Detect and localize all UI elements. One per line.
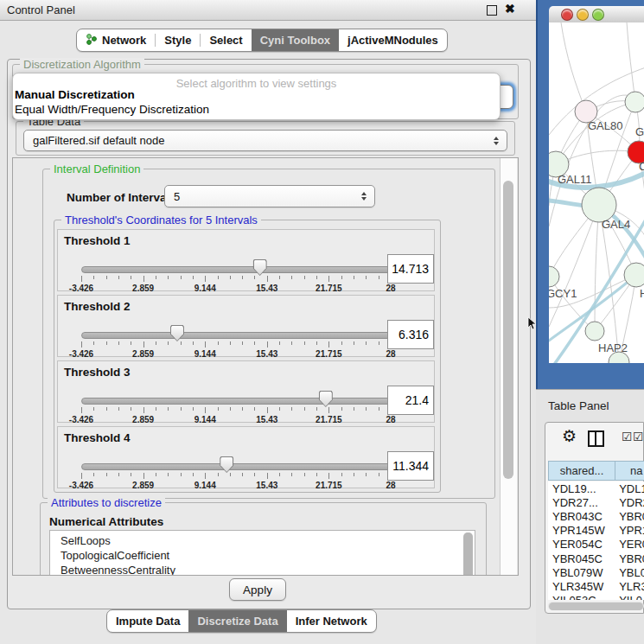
table-row[interactable]: YBL079WYBL0 (548, 565, 644, 579)
table-hscrollbar[interactable] (548, 602, 644, 610)
slider-track[interactable] (81, 332, 392, 339)
tick-mark (193, 473, 194, 476)
slider-thumb[interactable] (253, 259, 267, 276)
tick-mark (328, 473, 329, 479)
close-traffic-light[interactable] (561, 9, 573, 21)
numerical-attributes-list[interactable]: SelfLoopsTopologicalCoefficientBetweenne… (49, 530, 475, 576)
checkbox-icon[interactable]: ☑ (622, 431, 633, 442)
dropdown-option-equal-width-frequency[interactable]: Equal Width/Frequency Discretization (15, 103, 492, 116)
tab-select[interactable]: Select (201, 29, 251, 51)
table-row[interactable]: YER054CYER0 (548, 538, 644, 552)
network-node[interactable] (582, 188, 616, 222)
tick-mark (168, 473, 169, 476)
tick-mark (242, 276, 243, 279)
table-row[interactable]: YDL19...YDL1 (548, 481, 644, 495)
column-header-name[interactable]: na (615, 461, 644, 481)
tick-mark (291, 407, 292, 411)
settings-scrollbar[interactable] (500, 158, 517, 575)
tab-impute-data[interactable]: Impute Data (107, 610, 188, 632)
tick-mark (156, 341, 156, 345)
network-node[interactable] (625, 92, 644, 112)
table-row[interactable]: YBR045CYBR0 (548, 552, 644, 565)
slider-thumb[interactable] (319, 391, 333, 407)
tick-mark (131, 341, 131, 345)
slider-thumb[interactable] (220, 456, 233, 473)
slider-track[interactable] (81, 463, 392, 470)
cell-shared-name: YER054C (548, 538, 615, 551)
table-row[interactable]: YBR043CYBR0 (548, 509, 644, 523)
tab-network[interactable]: Network (77, 29, 155, 51)
table-row[interactable]: YIL053CYIL0 (548, 594, 644, 601)
tick-label: 9.144 (194, 349, 216, 359)
tick-mark (205, 473, 206, 479)
node-label: GCY1 (549, 287, 577, 300)
table-row[interactable]: YLR345WYLR3 (548, 579, 644, 593)
list-scrollbar[interactable] (463, 532, 473, 576)
attribute-item[interactable]: SelfLoops (50, 531, 475, 548)
group-title: Interval Definition (50, 163, 143, 175)
threshold-slider[interactable]: -3.4262.8599.14415.4321.71528 (81, 325, 391, 358)
tick-mark (106, 276, 107, 279)
combo-arrows-icon (494, 137, 499, 145)
checkbox-icon[interactable]: ☑ (633, 431, 644, 442)
tick-mark (254, 276, 255, 279)
threshold-value-field[interactable]: 6.316 (387, 320, 434, 349)
table-row[interactable]: YPR145WYPR1 (548, 524, 644, 538)
tab-style[interactable]: Style (156, 29, 200, 51)
minimize-traffic-light[interactable] (577, 9, 589, 21)
tick-mark (316, 407, 317, 411)
attribute-item[interactable]: BetweennessCentrality (50, 563, 475, 576)
tick-mark (242, 407, 243, 411)
threshold-value-field[interactable]: 14.713 (387, 254, 434, 284)
zoom-traffic-light[interactable] (592, 9, 604, 21)
table-row[interactable]: YDR27...YDR2 (548, 495, 644, 509)
apply-button[interactable]: Apply (229, 578, 286, 601)
slider-thumb[interactable] (170, 325, 184, 341)
tick-mark (230, 276, 231, 279)
tab-cyni-toolbox[interactable]: Cyni Toolbox (252, 29, 339, 51)
tick-mark (267, 276, 268, 282)
network-window-titlebar[interactable] (549, 6, 644, 23)
threshold-slider[interactable]: -3.4262.8599.14415.4321.71528 (81, 391, 391, 424)
tab-jactivemnodules[interactable]: jActiveMNodules (339, 29, 447, 51)
cell-name: YBL0 (615, 566, 644, 579)
tick-mark (254, 407, 255, 411)
tick-mark (279, 473, 280, 476)
threshold-value-field[interactable]: 11.344 (387, 451, 434, 481)
slider-ticks (81, 276, 391, 283)
gear-icon[interactable]: ⚙ (562, 428, 577, 444)
tick-mark (230, 473, 231, 476)
table-data-combo[interactable]: galFiltered.sif default node (23, 130, 507, 151)
tab-infer-network[interactable]: Infer Network (287, 610, 376, 632)
slider-track[interactable] (81, 398, 392, 405)
tick-mark (354, 407, 354, 411)
tab-discretize-data[interactable]: Discretize Data (188, 610, 286, 632)
cell-name: YLR3 (615, 580, 644, 593)
cell-shared-name: YIL053C (548, 594, 615, 600)
float-window-icon[interactable] (487, 5, 497, 16)
threshold-slider[interactable]: -3.4262.8599.14415.4321.71528 (81, 456, 391, 489)
node-label: GA (635, 125, 644, 138)
network-edge (595, 205, 599, 331)
attributes-group: Attributes to discretize Numerical Attri… (40, 502, 487, 576)
attribute-item[interactable]: TopologicalCoefficient (50, 548, 475, 563)
network-canvas[interactable]: GAL80GACGAL11GAL4GCY1HHAP2 (549, 22, 644, 363)
number-of-intervals-combo[interactable]: 5 (164, 185, 375, 207)
slider-track[interactable] (81, 266, 392, 273)
network-node[interactable] (624, 263, 644, 287)
tick-label: 9.144 (194, 481, 216, 490)
threshold-slider[interactable]: -3.4262.8599.14415.4321.71528 (81, 259, 391, 292)
threshold-value-field[interactable]: 21.4 (387, 386, 434, 415)
close-icon[interactable]: ✖ (505, 2, 515, 16)
tick-label: 15.43 (256, 284, 277, 293)
slider-tick-labels: -3.4262.8599.14415.4321.71528 (81, 481, 391, 490)
tick-mark (242, 341, 243, 345)
columns-icon[interactable] (588, 430, 604, 447)
network-node[interactable] (585, 322, 604, 341)
tick-mark (328, 341, 329, 348)
column-header-shared-name[interactable]: shared... (548, 461, 615, 481)
tick-mark (267, 341, 268, 348)
node-label: C (639, 160, 644, 173)
network-node[interactable] (549, 266, 559, 287)
dropdown-option-manual-discretization[interactable]: Manual Discretization (15, 88, 492, 101)
